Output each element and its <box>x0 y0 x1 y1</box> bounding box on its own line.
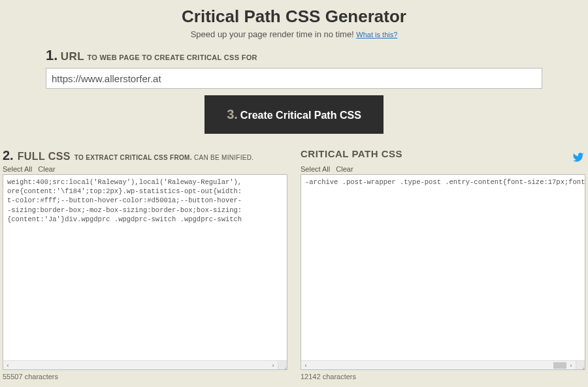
critical-css-select-all-link[interactable]: Select All <box>301 165 330 173</box>
critical-css-content: -archive .post-wrapper .type-post .entry… <box>301 175 585 189</box>
create-button-label: Create Critical Path CSS <box>240 110 361 121</box>
step-3-number: 3. <box>227 107 238 121</box>
step-2-header: 2. FULL CSS TO EXTRACT CRITICAL CSS FROM… <box>3 148 287 163</box>
twitter-icon[interactable] <box>572 151 584 166</box>
page-title: Critical Path CSS Generator <box>0 7 588 27</box>
step-2-desc: TO EXTRACT CRITICAL CSS FROM. CAN BE MIN… <box>74 154 254 161</box>
step-1-header: 1. URL TO WEB PAGE TO CREATE CRITICAL CS… <box>46 47 542 64</box>
critical-css-title: CRITICAL PATH CSS <box>301 148 402 159</box>
step-2-number: 2. <box>3 148 14 163</box>
full-css-char-count: 55507 characters <box>3 373 287 380</box>
critical-css-char-count: 12142 characters <box>301 373 585 380</box>
step-2-label: FULL CSS <box>18 151 71 163</box>
page-subtitle: Speed up your page render time in no tim… <box>0 29 588 39</box>
full-css-scrollbar[interactable]: ‹ › ⌟ <box>3 360 287 369</box>
step-1-label: URL <box>61 50 84 63</box>
scroll-left-icon[interactable]: ‹ <box>301 361 310 370</box>
create-critical-css-button[interactable]: 3.Create Critical Path CSS <box>204 95 384 134</box>
resize-handle-icon[interactable]: ⌟ <box>576 361 585 370</box>
subtitle-text: Speed up your page render time in no tim… <box>191 29 357 39</box>
scroll-right-icon[interactable]: › <box>566 361 576 370</box>
full-css-clear-link[interactable]: Clear <box>38 165 55 173</box>
critical-css-scrollbar[interactable]: ‹ › ⌟ <box>301 360 585 369</box>
critical-css-textarea[interactable]: -archive .post-wrapper .type-post .entry… <box>301 174 585 370</box>
what-is-this-link[interactable]: What is this? <box>356 31 397 39</box>
scroll-right-icon[interactable]: › <box>269 361 278 370</box>
step-1-number: 1. <box>46 47 57 63</box>
full-css-content: weight:400;src:local('Raleway'),local('R… <box>3 175 287 226</box>
step-1-desc: TO WEB PAGE TO CREATE CRITICAL CSS FOR <box>87 54 257 61</box>
full-css-select-all-link[interactable]: Select All <box>3 165 32 173</box>
resize-handle-icon[interactable]: ⌟ <box>278 361 287 370</box>
url-input[interactable] <box>46 68 542 89</box>
critical-css-clear-link[interactable]: Clear <box>336 165 353 173</box>
scrollbar-thumb[interactable] <box>553 362 566 369</box>
full-css-textarea[interactable]: weight:400;src:local('Raleway'),local('R… <box>3 174 287 370</box>
scroll-left-icon[interactable]: ‹ <box>3 361 12 370</box>
